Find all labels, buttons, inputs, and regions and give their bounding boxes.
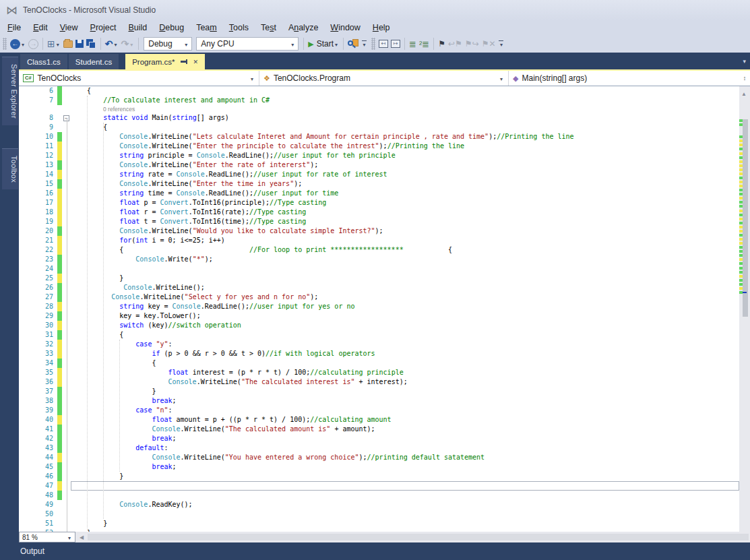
code-text[interactable]: { [71,86,739,96]
line-number[interactable]: 36 [19,377,57,387]
vertical-scrollbar-thumb[interactable] [743,119,748,317]
line-number[interactable]: 27 [19,292,57,302]
code-text[interactable]: } [71,274,739,283]
tab-program-cs-[interactable]: Program.cs*✕ [125,54,205,69]
find-in-files-button[interactable] [346,36,360,51]
member-dropdown[interactable]: ◆ Main(string[] args) ▾ [509,71,750,86]
line-number[interactable]: 18 [19,208,57,217]
menu-window[interactable]: Window [324,22,366,34]
line-number[interactable]: 11 [19,142,57,151]
code-text-current-line[interactable] [71,481,739,491]
code-text[interactable]: static void Main(string[] args) [71,113,739,123]
menu-debug[interactable]: Debug [153,22,190,34]
line-number[interactable]: 16 [19,189,57,198]
save-button[interactable] [74,36,85,51]
code-text[interactable]: break; [71,434,739,443]
line-number[interactable]: 24 [19,264,57,274]
line-number[interactable]: 9 [19,123,57,132]
line-number[interactable]: 17 [19,198,57,208]
sidebar-tab-toolbox[interactable]: Toolbox [2,148,18,189]
document-list-chevron-icon[interactable]: ▾ [743,58,746,65]
code-text[interactable]: break; [71,462,739,472]
line-number[interactable]: 12 [19,151,57,160]
code-text[interactable]: } [71,519,739,528]
menu-edit[interactable]: Edit [27,22,54,34]
line-number[interactable]: 10 [19,132,57,142]
code-text[interactable]: } [71,472,739,481]
sidebar-tab-server-explorer[interactable]: Server Explorer [2,57,18,125]
code-text[interactable] [71,264,739,274]
menu-analyze[interactable]: Analyze [282,22,324,34]
line-number[interactable]: 44 [19,453,57,462]
editor-splitter-handle[interactable]: ↕ [739,71,750,86]
comment-lines-button[interactable]: ≣ [408,36,418,51]
navigate-to-button[interactable]: ↤ [377,36,389,51]
code-text[interactable]: float amount = p + ((p * r * t) / 100);/… [71,415,739,425]
code-text[interactable]: Console.WriteLine("Select y for yes and … [71,292,739,302]
code-text[interactable]: { [71,359,739,368]
uncomment-lines-button[interactable]: ²≣ [418,36,431,51]
scroll-up-arrow-icon[interactable]: ▲ [741,91,747,97]
code-text[interactable]: switch (key)//switch operation [71,321,739,330]
code-text[interactable] [71,509,739,519]
toolbar-overflow-button[interactable]: ▾ [362,40,367,48]
code-text[interactable]: for(int i = 0; i<=25; i++) [71,236,739,245]
code-editor[interactable]: 6 {7 //To calculate interest and ampount… [19,86,739,532]
line-number[interactable]: 34 [19,359,57,368]
redo-button[interactable]: ↷▾ [120,36,136,51]
horizontal-scrollbar-thumb[interactable] [88,534,749,540]
code-text[interactable]: Console.WriteLine("Enter the time in yea… [71,179,739,189]
code-text[interactable]: Console.WriteLine("Enter the rate of int… [71,160,739,170]
code-text[interactable]: Console.ReadKey(); [71,500,739,509]
code-text[interactable]: Console.WriteLine("You have entered a wr… [71,453,739,462]
menu-file[interactable]: File [1,22,27,34]
line-number[interactable]: 26 [19,283,57,292]
line-number[interactable]: 8 [19,113,57,123]
line-number[interactable]: 40 [19,415,57,425]
code-text[interactable]: Console.WriteLine("Lets calculate Intere… [71,132,739,142]
code-text[interactable]: string time = Console.ReadLine();//user … [71,189,739,198]
navigate-backward-button[interactable]: ←▾ [9,36,27,51]
line-number[interactable]: 41 [19,425,57,434]
peek-definition-button[interactable]: ↦ [389,36,402,51]
scroll-left-arrow-icon[interactable]: ◀ [80,534,84,540]
line-number[interactable]: 7 [19,96,57,105]
code-text[interactable]: case "y": [71,340,739,349]
code-text[interactable]: Console.WriteLine("The calculated amount… [71,425,739,434]
menu-team[interactable]: Team [190,22,223,34]
code-text[interactable]: } [71,387,739,396]
editor-zoom-dropdown[interactable]: 81 % ▾ [19,532,75,542]
menu-project[interactable]: Project [84,22,123,34]
navigate-forward-button[interactable]: → [27,36,40,51]
line-number[interactable]: 29 [19,311,57,321]
code-text[interactable]: Console.WriteLine("Enter the principle t… [71,142,739,151]
save-all-button[interactable] [85,36,98,51]
code-text[interactable]: Console.WriteLine(); [71,283,739,292]
line-number[interactable]: 30 [19,321,57,330]
menu-build[interactable]: Build [123,22,154,34]
start-debugging-button[interactable]: ▶Start▾ [307,36,340,51]
line-number[interactable]: 48 [19,491,57,500]
line-number[interactable]: 37 [19,387,57,396]
code-text[interactable]: //To calculate interest and ampount in C… [71,96,739,105]
undo-button[interactable]: ↶▾ [104,36,120,51]
code-text[interactable]: float r = Convert.ToInt16(rate);//Type c… [71,208,739,217]
line-number[interactable]: 14 [19,170,57,179]
line-number[interactable]: 13 [19,160,57,170]
line-number[interactable]: 28 [19,302,57,311]
line-number[interactable]: 43 [19,443,57,453]
line-number[interactable]: 33 [19,349,57,359]
line-number[interactable]: 51 [19,519,57,528]
toolbar-overflow-button[interactable]: ▾ [499,40,503,48]
toolbar-grip[interactable] [371,38,375,50]
code-text[interactable]: { //For loop to print ******************… [71,245,739,255]
vertical-scrollbar[interactable]: ↕ ▲ [739,71,750,532]
code-text[interactable]: Console.WriteLine("The calculated intere… [71,377,739,387]
new-project-button[interactable]: ⊞▾ [46,36,62,51]
code-text[interactable]: Console.WriteLine("Would you like to cal… [71,226,739,236]
code-text[interactable]: default: [71,443,739,453]
toggle-bookmark-button[interactable]: ⚑ [437,36,447,51]
menu-tools[interactable]: Tools [223,22,255,34]
type-dropdown[interactable]: ❖ TenOClocks.Program ▾ [259,71,509,86]
menu-help[interactable]: Help [367,22,396,34]
